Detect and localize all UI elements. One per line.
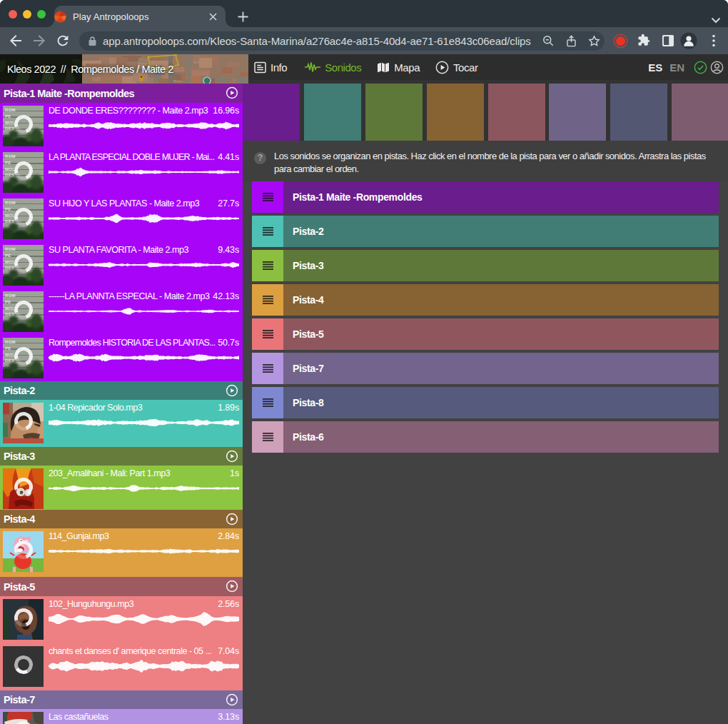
svg-text:?: ? [258,153,263,163]
